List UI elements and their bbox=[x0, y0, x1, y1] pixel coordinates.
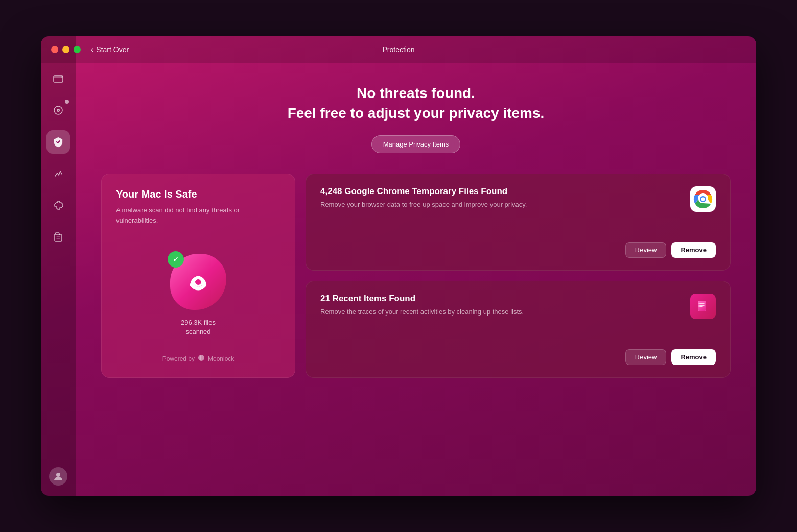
mac-safe-card: Your Mac Is Safe A malware scan did not … bbox=[101, 174, 295, 378]
sidebar-item-protection[interactable] bbox=[46, 130, 70, 154]
title-bar: ‹ Start Over Protection bbox=[41, 36, 756, 63]
sidebar-item-privacy[interactable] bbox=[46, 99, 70, 122]
recent-card-title: 21 Recent Items Found bbox=[320, 294, 682, 304]
svg-point-11 bbox=[202, 283, 206, 287]
chrome-remove-button[interactable]: Remove bbox=[671, 242, 716, 258]
mac-safe-visual: ✓ bbox=[116, 235, 280, 354]
files-label: scanned bbox=[185, 328, 210, 335]
avatar[interactable] bbox=[49, 467, 67, 486]
chrome-card-text: 4,248 Google Chrome Temporary Files Foun… bbox=[320, 186, 690, 210]
recent-card-description: Remove the traces of your recent activit… bbox=[320, 307, 682, 317]
chrome-icon bbox=[690, 186, 716, 212]
app-window: ‹ Start Over Protection bbox=[41, 36, 756, 496]
mac-safe-title: Your Mac Is Safe bbox=[116, 188, 280, 200]
hero-line1: No threats found. bbox=[357, 85, 475, 101]
svg-rect-19 bbox=[698, 301, 706, 311]
recent-remove-button[interactable]: Remove bbox=[671, 349, 716, 365]
hero-title: No threats found. Feel free to adjust yo… bbox=[101, 83, 731, 123]
chrome-review-button[interactable]: Review bbox=[625, 242, 667, 258]
sidebar-item-performance[interactable] bbox=[46, 162, 70, 185]
recent-review-button[interactable]: Review bbox=[625, 349, 667, 365]
sidebar-nav bbox=[46, 67, 70, 467]
minimize-button[interactable] bbox=[62, 46, 69, 53]
svg-point-2 bbox=[61, 77, 62, 78]
moonlock-logo-icon bbox=[198, 354, 205, 363]
window-title: Protection bbox=[382, 45, 414, 54]
recent-items-card: 21 Recent Items Found Remove the traces … bbox=[306, 281, 731, 378]
svg-point-24 bbox=[699, 305, 700, 306]
hero-line2: Feel free to adjust your privacy items. bbox=[288, 105, 545, 121]
chrome-card-actions: Review Remove bbox=[320, 234, 716, 258]
chrome-card-title: 4,248 Google Chrome Temporary Files Foun… bbox=[320, 186, 690, 197]
sidebar-bottom bbox=[49, 467, 67, 486]
svg-point-10 bbox=[196, 276, 200, 280]
main-content: No threats found. Feel free to adjust yo… bbox=[76, 63, 756, 496]
powered-by-label: Powered by bbox=[162, 355, 195, 362]
svg-point-17 bbox=[701, 198, 705, 201]
files-scanned-label: 296.3K files scanned bbox=[181, 318, 216, 336]
chevron-left-icon: ‹ bbox=[91, 45, 93, 54]
sidebar-item-disk[interactable] bbox=[46, 67, 70, 90]
chrome-card-header: 4,248 Google Chrome Temporary Files Foun… bbox=[320, 186, 716, 212]
sidebar bbox=[41, 36, 76, 496]
privacy-badge bbox=[65, 100, 69, 104]
files-count: 296.3K files bbox=[181, 319, 216, 326]
recent-items-icon bbox=[690, 294, 716, 319]
recent-card-text: 21 Recent Items Found Remove the traces … bbox=[320, 294, 682, 317]
svg-point-25 bbox=[699, 306, 700, 307]
shield-badge: ✓ bbox=[168, 251, 184, 268]
manage-privacy-items-button[interactable]: Manage Privacy Items bbox=[371, 135, 461, 153]
sidebar-item-extensions[interactable] bbox=[46, 194, 70, 217]
svg-point-8 bbox=[56, 473, 60, 477]
traffic-lights bbox=[51, 46, 81, 53]
sidebar-item-files[interactable] bbox=[46, 225, 70, 249]
svg-point-13 bbox=[196, 279, 201, 284]
moonlock-brand-label: Moonlock bbox=[208, 355, 234, 362]
back-button[interactable]: ‹ Start Over bbox=[91, 45, 129, 54]
chrome-files-card: 4,248 Google Chrome Temporary Files Foun… bbox=[306, 174, 731, 271]
biohazard-container: ✓ bbox=[170, 254, 226, 310]
cards-grid: Your Mac Is Safe A malware scan did not … bbox=[101, 174, 731, 378]
hero-section: No threats found. Feel free to adjust yo… bbox=[101, 83, 731, 153]
chrome-card-description: Remove your browser data to free up spac… bbox=[320, 200, 690, 210]
svg-point-5 bbox=[58, 110, 59, 111]
fullscreen-button[interactable] bbox=[74, 46, 81, 53]
svg-point-23 bbox=[699, 303, 700, 304]
recent-card-actions: Review Remove bbox=[320, 341, 716, 365]
recent-card-header: 21 Recent Items Found Remove the traces … bbox=[320, 294, 716, 319]
back-label: Start Over bbox=[96, 45, 129, 54]
mac-safe-description: A malware scan did not find any threats … bbox=[116, 205, 280, 225]
powered-by: Powered by Moonlock bbox=[116, 354, 280, 363]
close-button[interactable] bbox=[51, 46, 58, 53]
svg-point-12 bbox=[190, 283, 194, 287]
